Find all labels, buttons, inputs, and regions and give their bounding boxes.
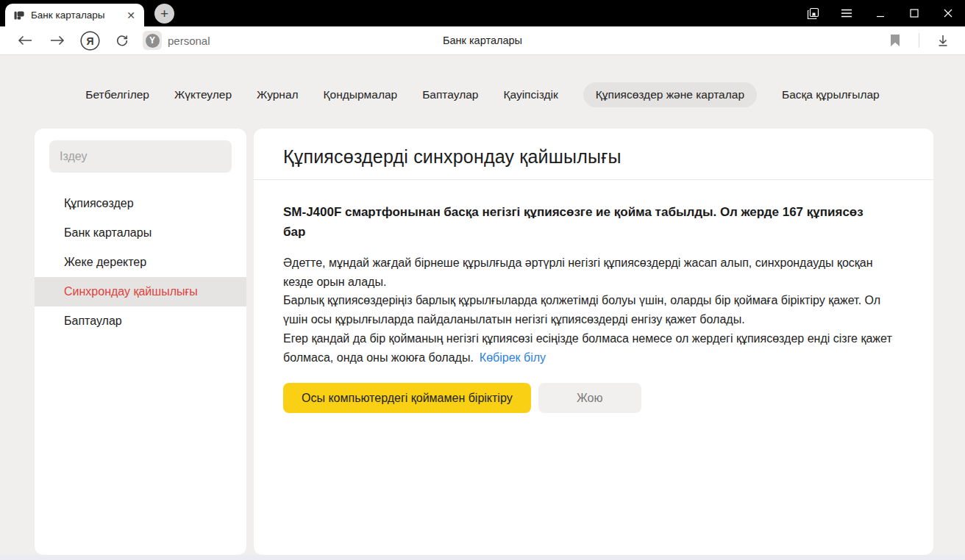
tab-other-devices[interactable]: Басқа құрылғылар (782, 82, 880, 107)
protect-badge[interactable]: Y personal (143, 31, 210, 50)
forward-icon[interactable] (43, 29, 72, 52)
bookmark-flag-icon[interactable] (880, 29, 910, 52)
merge-button[interactable]: Осы компьютердегі қоймамен біріктіру (283, 383, 531, 413)
toolbar-divider (919, 33, 919, 48)
search-input[interactable] (49, 150, 232, 163)
main-panel: Құпиясөздерді синхрондау қайшылығы SM-J4… (254, 129, 933, 555)
window-controls (796, 0, 965, 26)
tab-history[interactable]: Журнал (257, 82, 299, 107)
conflict-summary: SM-J400F смартфонынан басқа негізгі құпи… (283, 202, 886, 242)
refresh-icon[interactable] (107, 29, 137, 52)
browser-toolbar: Банк карталары Я Y (0, 26, 965, 55)
maximize-icon[interactable] (897, 0, 931, 26)
settings-nav: Бетбелгілер Жүктеулер Журнал Қондырмалар… (0, 56, 965, 107)
yandex-logo-icon[interactable]: Я (75, 29, 104, 52)
tab-settings[interactable]: Баптаулар (422, 82, 478, 107)
tab-downloads[interactable]: Жүктеулер (174, 82, 232, 107)
paragraph-1: Әдетте, мұндай жағдай бірнеше құрылғыда … (283, 254, 904, 291)
search-box (49, 140, 232, 173)
sidebar: Құпиясөздер Банк карталары Жеке деректер… (35, 129, 246, 555)
download-icon[interactable] (928, 29, 958, 52)
protect-label: personal (168, 35, 210, 47)
sidebar-item-settings[interactable]: Баптаулар (35, 306, 246, 336)
protect-shield-icon: Y (143, 31, 162, 50)
paragraph-2: Барлық құпиясөздеріңіз барлық құрылғылар… (283, 291, 904, 329)
passwords-key-icon (13, 10, 25, 21)
settings-content: Бетбелгілер Жүктеулер Журнал Қондырмалар… (0, 56, 965, 555)
page-title: Құпиясөздерді синхрондау қайшылығы (283, 146, 904, 168)
minimize-icon[interactable] (863, 0, 897, 26)
browser-tab-bar: Банк карталары ✕ + (0, 0, 965, 26)
svg-text:Я: Я (86, 35, 93, 46)
menu-icon[interactable] (830, 0, 863, 26)
tab-security[interactable]: Қауіпсіздік (503, 82, 558, 107)
sidebar-item-bank-cards[interactable]: Банк карталары (35, 218, 246, 248)
tab-close-icon[interactable]: ✕ (125, 10, 137, 21)
learn-more-link[interactable]: Көбірек білу (480, 351, 546, 364)
conflict-description: Әдетте, мұндай жағдай бірнеше құрылғыда … (283, 254, 904, 367)
sidebar-item-sync-conflict[interactable]: Синхрондау қайшылығы (35, 277, 246, 306)
side-panel-icon[interactable] (796, 0, 830, 26)
sidebar-item-personal-data[interactable]: Жеке деректер (35, 248, 246, 277)
toolbar-right-group (880, 29, 958, 52)
action-buttons: Осы компьютердегі қоймамен біріктіру Жою (283, 383, 904, 413)
panels-row: Құпиясөздер Банк карталары Жеке деректер… (35, 129, 933, 555)
delete-button[interactable]: Жою (538, 383, 641, 413)
toolbar-left-group: Я Y personal (10, 29, 210, 52)
back-icon[interactable] (10, 29, 40, 52)
main-header: Құпиясөздерді синхрондау қайшылығы (254, 129, 933, 180)
tab-bookmarks[interactable]: Бетбелгілер (85, 82, 149, 107)
tab-title: Банк карталары (31, 10, 125, 21)
sidebar-item-passwords[interactable]: Құпиясөздер (35, 189, 246, 218)
window-bottom-edge (0, 555, 965, 560)
window-close-icon[interactable] (931, 0, 965, 26)
sidebar-list: Құпиясөздер Банк карталары Жеке деректер… (35, 189, 246, 336)
paragraph-3: Егер қандай да бір қойманың негізгі құпи… (283, 329, 904, 367)
tab-passwords-and-cards[interactable]: Құпиясөздер және карталар (583, 82, 757, 107)
main-body: SM-J400F смартфонынан басқа негізгі құпи… (254, 180, 933, 413)
new-tab-button[interactable]: + (154, 4, 174, 24)
tab-extensions[interactable]: Қондырмалар (324, 82, 398, 107)
browser-tab[interactable]: Банк карталары ✕ (5, 4, 144, 26)
